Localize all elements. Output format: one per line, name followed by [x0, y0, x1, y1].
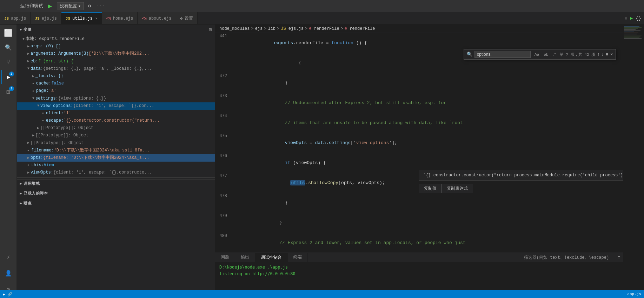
tab-about-ejs[interactable]: <% about.ejs [138, 12, 176, 25]
copy-value-btn[interactable]: 复制值 [419, 184, 442, 193]
breadcrumb: node_modules > ejs > lib > JS ejs.js > ⊕… [215, 25, 623, 33]
var-name: opts: [31, 155, 43, 161]
var-locals[interactable]: _locals: {} [17, 73, 215, 80]
var-proto-3[interactable]: [[Prototype]]: Object [17, 140, 215, 147]
variables-label: 变量 [24, 27, 32, 32]
regex-btn[interactable]: .* [551, 52, 557, 57]
var-filename[interactable]: ● filename: 'D:\\下载\\数字中国2024\\aka_ssti_… [17, 147, 215, 154]
code-editor[interactable]: 441 exports.renderFile = function () { { [215, 33, 623, 252]
var-settings[interactable]: settings: {view options: {…}} [17, 95, 215, 102]
breadcrumb-renderfile-1[interactable]: ⊕ renderFile [309, 26, 339, 31]
var-view-options[interactable]: view options: {client: '1', escape: `{}.… [17, 102, 215, 110]
var-opts[interactable]: opts: {filename: 'D:\\下载\\数字中国2024\\aka_… [17, 154, 215, 162]
var-name: [[Prototype]]: Object [31, 140, 84, 147]
loaded-scripts-header[interactable]: ▶ 已载入的脚本 [17, 189, 215, 197]
callstack-label: 调用堆栈 [24, 181, 40, 186]
dot-icon: ● [32, 89, 34, 94]
split-editor-icon[interactable]: ⊞ [625, 15, 628, 21]
code-line-474: 474 // items that are unsafe to be passe… [215, 113, 623, 133]
var-value: {view options: {…}} [58, 95, 106, 102]
whole-word-btn[interactable]: ab [542, 52, 550, 57]
activity-account[interactable]: 👤 [1, 266, 15, 280]
callstack-header[interactable]: ▶ 调用堆栈 [17, 179, 215, 188]
tab-utils-js[interactable]: JS utils.js × [61, 12, 102, 25]
search-menu-btn[interactable]: ≡ [606, 52, 608, 57]
tab-label-settings: 设置 [185, 15, 193, 21]
var-name: cb: [31, 58, 38, 65]
var-page[interactable]: ● page: 'a' [17, 87, 215, 95]
copy-expression-btn[interactable]: 复制表达式 [442, 184, 473, 193]
more-output-icon[interactable]: ≡ [615, 253, 623, 262]
search-panel: 🔍 Aa ab .* 第 ? 项，共 42 项 ↑ ↓ ≡ × [464, 49, 616, 60]
search-next-btn[interactable]: ↓ [602, 52, 604, 57]
var-client[interactable]: ● client: '1' [17, 110, 215, 117]
breakpoints-header[interactable]: ▶ 断点 [17, 199, 215, 207]
var-cache[interactable]: ● cache: false [17, 80, 215, 87]
var-name: [[Prototype]]: Object [35, 132, 88, 139]
var-value: 'a' [49, 88, 57, 94]
dot-icon: ● [27, 163, 29, 168]
hover-actions-popup: 复制值 复制表达式 [419, 184, 473, 193]
var-proto-2[interactable]: [[Prototype]]: Object [17, 132, 215, 139]
tab-settings[interactable]: ⚙ 设置 [176, 12, 198, 25]
line-num: 474 [215, 113, 233, 120]
variables-section-header[interactable]: ▼ 变量 ⊟ [17, 25, 215, 35]
var-cb[interactable]: cb: f (err, str) { [17, 58, 215, 65]
activity-debug[interactable]: ▶ 1 [1, 70, 15, 84]
run-button[interactable]: ▶ [46, 2, 54, 9]
breadcrumb-ejs[interactable]: ejs [255, 26, 263, 31]
line-num: 479 [215, 213, 233, 219]
var-value: f (err, str) { [38, 58, 74, 65]
run-icon-tab[interactable]: ▶ [630, 15, 633, 21]
var-name: view options: [40, 103, 73, 109]
breakpoints-arrow: ▶ [20, 201, 22, 205]
minimap-content [623, 25, 644, 298]
activity-remote[interactable]: ⚡ [1, 250, 15, 264]
more-icon[interactable]: ··· [95, 3, 106, 9]
status-filename: app.js [627, 292, 641, 296]
gear-icon[interactable]: ⚙ [87, 2, 92, 9]
tab-problems[interactable]: 问题 [215, 253, 235, 262]
tab-debug-console[interactable]: 调试控制台 [255, 253, 288, 262]
callstack-arrow: ▶ [20, 181, 22, 186]
var-viewopts[interactable]: viewOpts: {client: '1', escape: `{}.cons… [17, 169, 215, 176]
chevron-down-icon: ▾ [78, 4, 81, 9]
settings-icon: ⚙ [180, 16, 183, 21]
var-this[interactable]: ● this: View [17, 162, 215, 169]
var-arguments[interactable]: arguments: Arguments(3) ['D:\\下载\\数字中国20… [17, 50, 215, 57]
breadcrumb-lib[interactable]: lib [268, 26, 275, 31]
match-case-btn[interactable]: Aa [533, 52, 541, 57]
breadcrumb-ejs-js[interactable]: JS ejs.js [281, 26, 304, 31]
var-data[interactable]: data: {settings: {…}, page: 'a', _locals… [17, 65, 215, 73]
local-scope[interactable]: 本地: exports.renderFile [17, 35, 215, 43]
tab-home-ejs[interactable]: <% home.ejs [102, 12, 138, 25]
activity-search[interactable]: 🔍 [1, 41, 15, 55]
tab-output[interactable]: 输出 [235, 253, 255, 262]
var-proto-1[interactable]: [[Prototype]]: Object [17, 124, 215, 132]
search-prev-btn[interactable]: ↑ [597, 52, 599, 57]
var-value: View [44, 162, 54, 169]
collapse-icon[interactable]: ⊟ [209, 27, 212, 33]
breadcrumb-node-modules[interactable]: node_modules [219, 26, 250, 31]
var-escape[interactable]: ● escape: `{}.constructor.constructor("r… [17, 117, 215, 124]
activity-git[interactable]: ⑂ [1, 55, 15, 69]
search-close-btn[interactable]: × [610, 52, 613, 57]
search-input[interactable] [474, 51, 531, 58]
remote-icon: ⚡ [7, 254, 10, 261]
tab-ejs-js[interactable]: JS ejs.js [31, 12, 61, 25]
var-value: `{}.constructor.constructor("return... [64, 117, 160, 124]
var-args[interactable]: args: (0) [] [17, 43, 215, 50]
git-icon: ⑂ [6, 59, 10, 66]
format-icon[interactable]: {} [636, 16, 641, 21]
var-name: page: [36, 88, 49, 94]
no-config-dropdown[interactable]: 没有配置 ▾ [57, 2, 84, 10]
activity-extensions[interactable]: ⊞ 1 [1, 85, 15, 99]
close-tab-icon[interactable]: × [95, 17, 98, 21]
activity-explorer[interactable]: ⬜ [1, 26, 15, 40]
tab-label-home-ejs: home.ejs [113, 16, 133, 21]
extensions-badge: 1 [9, 86, 14, 91]
tab-terminal[interactable]: 终端 [288, 253, 308, 262]
var-name: settings: [35, 95, 58, 102]
breadcrumb-renderfile-2[interactable]: ⊕ renderFile [345, 26, 375, 31]
tab-app-js[interactable]: JS app.js [0, 12, 31, 25]
